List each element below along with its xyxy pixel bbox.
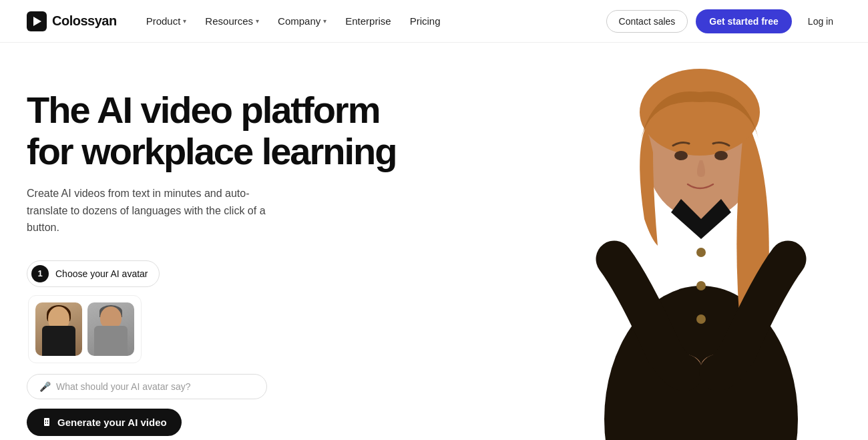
logo-icon (27, 11, 47, 31)
contact-sales-button[interactable]: Contact sales (606, 10, 688, 33)
nav-item-enterprise[interactable]: Enterprise (337, 11, 399, 31)
hero-content: The AI video platform for workplace lear… (27, 83, 397, 440)
avatar-female[interactable] (35, 302, 82, 356)
login-button[interactable]: Log in (800, 11, 841, 32)
hero-subtitle: Create AI videos from text in minutes an… (27, 185, 280, 236)
logo-play-icon (31, 15, 43, 27)
nav-menu: Product ▾ Resources ▾ Company ▾ Enterpri… (138, 11, 449, 31)
avatar-selection-row (28, 295, 142, 363)
input-placeholder: What should your AI avatar say? (56, 381, 191, 392)
logo-text: Colossyan (52, 13, 117, 29)
generate-icon (41, 417, 52, 427)
mic-icon: 🎤 (39, 381, 51, 392)
nav-item-resources[interactable]: Resources ▾ (197, 11, 267, 31)
step-widget: 1 Choose your AI avatar (27, 260, 397, 363)
hero-section: The AI video platform for workplace lear… (0, 43, 868, 440)
avatar-male[interactable] (87, 302, 134, 356)
svg-point-5 (674, 151, 688, 160)
chevron-down-icon: ▾ (183, 17, 186, 25)
hero-person-image (534, 43, 868, 440)
nav-left: Colossyan Product ▾ Resources ▾ Company … (27, 11, 449, 31)
nav-item-product[interactable]: Product ▾ (138, 11, 195, 31)
step-badge: 1 Choose your AI avatar (27, 260, 160, 287)
svg-point-7 (696, 248, 706, 257)
svg-marker-0 (33, 17, 41, 26)
nav-item-company[interactable]: Company ▾ (270, 11, 335, 31)
svg-point-4 (640, 69, 760, 156)
step-label: Choose your AI avatar (55, 268, 148, 279)
svg-point-9 (696, 314, 706, 324)
logo[interactable]: Colossyan (27, 11, 117, 31)
svg-point-8 (696, 281, 706, 290)
nav-item-pricing[interactable]: Pricing (402, 11, 449, 31)
avatar-male-body (94, 326, 128, 356)
person-svg (548, 43, 855, 440)
get-started-button[interactable]: Get started free (696, 9, 791, 33)
step-number: 1 (31, 265, 49, 282)
nav-right: Contact sales Get started free Log in (606, 9, 841, 33)
hero-title: The AI video platform for workplace lear… (27, 89, 397, 172)
generate-button[interactable]: Generate your AI video (27, 409, 182, 436)
svg-point-6 (714, 151, 728, 160)
chevron-down-icon: ▾ (323, 17, 327, 25)
avatar-female-body (42, 326, 75, 356)
chevron-down-icon: ▾ (256, 17, 259, 25)
navbar: Colossyan Product ▾ Resources ▾ Company … (0, 0, 868, 43)
avatar-script-input[interactable]: 🎤 What should your AI avatar say? (27, 374, 267, 399)
